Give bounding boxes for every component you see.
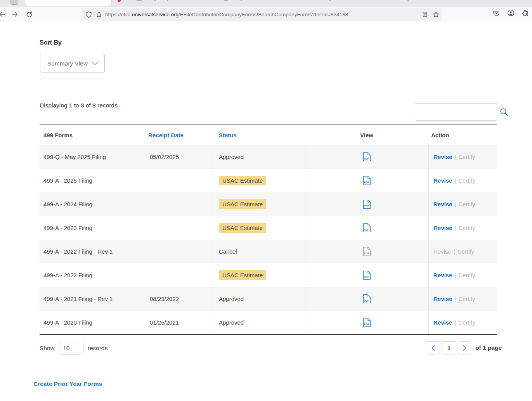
reader-view-icon[interactable]	[422, 11, 428, 17]
status-badge: USAC Estimate	[219, 176, 266, 185]
show-label: Show	[40, 345, 55, 352]
browser-tab-strip	[0, 0, 532, 7]
lock-icon[interactable]	[96, 11, 102, 17]
receipt-date	[145, 192, 213, 216]
revise-link[interactable]: Revise	[433, 154, 452, 160]
page-size-input[interactable]	[59, 342, 83, 354]
next-page-button[interactable]	[458, 341, 471, 354]
reload-button[interactable]	[24, 9, 35, 19]
pdf-icon[interactable]: PDF	[363, 199, 371, 209]
table-header-row: 499 Forms Receipt Date Status View Actio…	[40, 124, 497, 145]
action-separator: |	[454, 272, 456, 278]
page-info: of 1 page	[475, 344, 502, 351]
status-badge: USAC Estimate	[219, 270, 266, 280]
url-bar[interactable]: https://efile.universalservice.org/EFile…	[81, 8, 442, 21]
status-cell: Cancel	[213, 240, 305, 263]
prev-page-button[interactable]	[427, 341, 440, 354]
toolbar-right-icons	[493, 9, 529, 17]
certify-link: Certify	[457, 248, 474, 255]
pdf-icon[interactable]: PDF	[363, 318, 371, 327]
pdf-icon[interactable]: PDF	[363, 270, 371, 280]
create-prior-year-forms-link[interactable]: Create Prior Year Forms	[33, 380, 102, 387]
action-cell: Revise|Certify	[428, 263, 497, 287]
action-separator: |	[454, 225, 456, 231]
status-text: Approved	[219, 296, 244, 302]
tab-divider	[23, 0, 23, 5]
tab-text-fragment	[154, 0, 156, 1]
sort-by-label: Sort By	[40, 39, 62, 46]
pdf-icon[interactable]: PDF	[363, 247, 371, 256]
back-arrow-icon	[0, 11, 5, 17]
forms-table: 499 Forms Receipt Date Status View Actio…	[40, 124, 497, 335]
pdf-icon[interactable]: PDF	[363, 223, 371, 233]
page-size-control: Show records	[40, 342, 107, 354]
action-cell: Revise|Certify	[428, 216, 497, 240]
receipt-date	[145, 263, 213, 287]
sort-selected-value: Summary View	[47, 60, 91, 67]
table-search-input[interactable]	[415, 104, 499, 120]
tab-list-icon[interactable]	[10, 0, 18, 5]
status-cell: USAC Estimate	[213, 216, 305, 240]
browser-window: https://efile.universalservice.org/EFile…	[0, 0, 532, 401]
action-cell: Revise|Certify	[428, 145, 497, 169]
svg-text:PDF: PDF	[364, 276, 369, 278]
browser-toolbar: https://efile.universalservice.org/EFile…	[0, 7, 532, 22]
status-badge: USAC Estimate	[219, 199, 266, 209]
form-name: 499-A - 2022 Filing - Rev 1	[40, 240, 145, 263]
records-summary: Displaying 1 to 8 of 8 records	[40, 102, 118, 109]
pdf-icon[interactable]: PDF	[363, 152, 371, 162]
header-receipt-date[interactable]: Receipt Date	[145, 132, 213, 138]
revise-link[interactable]: Revise	[433, 272, 452, 278]
sort-view-dropdown[interactable]: Summary View	[40, 54, 105, 73]
action-separator: |	[454, 319, 456, 326]
view-cell: PDF	[305, 216, 428, 240]
bookmark-star-icon[interactable]	[433, 11, 439, 18]
header-status[interactable]: Status	[213, 132, 305, 138]
pocket-icon[interactable]	[493, 10, 500, 16]
certify-link: Certify	[458, 296, 475, 302]
chevron-left-icon	[431, 345, 436, 351]
action-separator: |	[454, 296, 456, 302]
back-button[interactable]	[0, 9, 7, 19]
header-view: View	[305, 132, 428, 138]
svg-text:PDF: PDF	[364, 252, 369, 255]
current-page[interactable]: 1	[442, 341, 456, 354]
certify-link: Certify	[458, 272, 475, 278]
search-icon[interactable]	[499, 107, 509, 117]
status-cell: Approved	[213, 287, 305, 311]
pdf-icon[interactable]: PDF	[363, 294, 371, 304]
active-tab[interactable]	[25, 0, 111, 6]
tab-text-fragment	[167, 0, 168, 1]
certify-link: Certify	[458, 319, 475, 326]
view-cell: PDF	[305, 192, 428, 216]
extensions-puzzle-icon[interactable]	[522, 10, 529, 16]
form-name: 499-A - 2022 Filing	[40, 263, 145, 287]
table-body: 499-Q - May 2025 Filing 05/02/2025 Appro…	[40, 145, 497, 335]
action-separator: |	[454, 154, 456, 160]
certify-link: Certify	[458, 154, 475, 160]
status-text: Approved	[219, 319, 244, 326]
revise-link[interactable]: Revise	[433, 177, 452, 184]
view-cell: PDF	[305, 145, 428, 169]
revise-link[interactable]: Revise	[433, 225, 452, 231]
revise-link[interactable]: Revise	[433, 296, 452, 302]
pdf-icon[interactable]: PDF	[363, 176, 371, 185]
action-separator: |	[454, 201, 456, 207]
tab-text-fragment	[224, 0, 228, 1]
forward-button[interactable]	[9, 9, 20, 19]
url-scheme: https://efile.	[105, 12, 132, 17]
action-cell: Revise|Certify	[428, 287, 497, 311]
forward-arrow-icon	[12, 11, 18, 17]
table-row: 499-A - 2020 Filing 01/25/2021 Approved …	[40, 311, 497, 334]
revise-link[interactable]: Revise	[433, 319, 452, 326]
revise-link[interactable]: Revise	[433, 201, 452, 207]
status-badge: USAC Estimate	[219, 223, 266, 233]
view-cell: PDF	[305, 240, 428, 263]
account-icon[interactable]	[507, 9, 515, 17]
status-cell: USAC Estimate	[213, 192, 305, 216]
table-row: 499-A - 2022 Filing USAC Estimate PDF Re…	[40, 263, 497, 287]
url-domain: universalservice.org	[132, 12, 178, 17]
form-name: 499-A - 2020 Filing	[40, 311, 145, 334]
shield-icon[interactable]	[85, 11, 92, 18]
pagination: 1 of 1 page	[427, 341, 502, 354]
